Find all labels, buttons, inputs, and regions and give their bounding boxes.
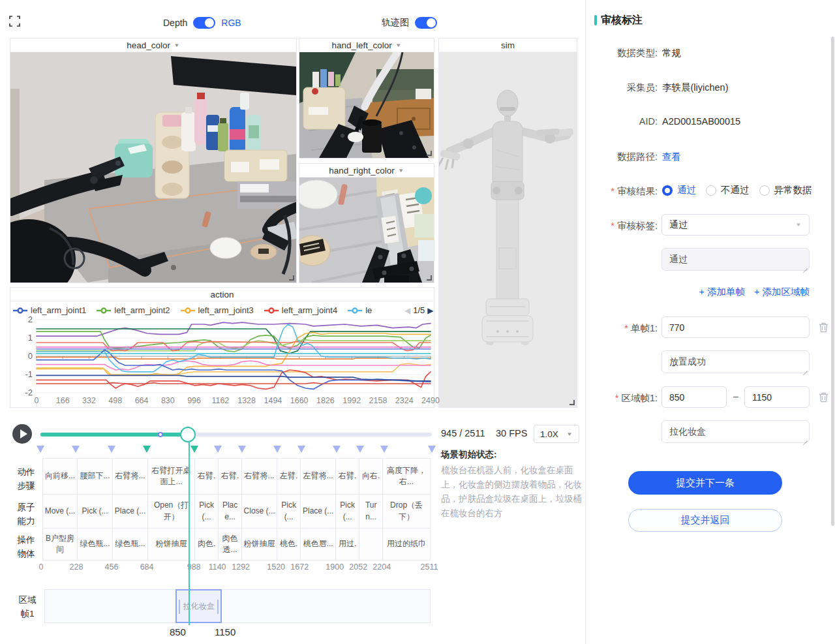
textarea-resize-icon[interactable] xyxy=(802,436,808,441)
resize-corner-icon[interactable] xyxy=(427,151,432,156)
table-cell[interactable]: 右臂. xyxy=(336,458,359,495)
table-cell[interactable]: Pick (... xyxy=(195,495,219,529)
delete-region-frame-icon[interactable] xyxy=(819,392,828,403)
keyframe-dot-marker[interactable] xyxy=(158,432,163,437)
head-color-panel: head_color▼ xyxy=(10,38,297,283)
table-cell[interactable]: 肉色透... xyxy=(219,529,242,560)
timeline-marker-1292[interactable] xyxy=(238,446,246,453)
table-cell[interactable]: 右臂将... xyxy=(242,458,277,495)
resize-corner-icon[interactable] xyxy=(289,275,294,281)
table-cell[interactable]: 左臂. xyxy=(277,458,301,495)
depth-rgb-switch[interactable] xyxy=(193,17,215,29)
table-cell[interactable]: Move (... xyxy=(42,495,78,529)
sidebar-scrollbar[interactable] xyxy=(831,37,834,526)
timeline-marker-1140[interactable] xyxy=(214,446,222,453)
table-cell[interactable]: 右臂将... xyxy=(113,458,148,495)
timeline-marker-1900[interactable] xyxy=(333,446,341,453)
table-cell[interactable]: Place (... xyxy=(113,495,148,529)
table-cell[interactable]: 绿色瓶... xyxy=(78,529,113,560)
data-path-view-link[interactable]: 查看 xyxy=(662,151,681,163)
table-cell[interactable]: 左臂将... xyxy=(301,458,336,495)
action-chart-plot[interactable] xyxy=(36,319,431,394)
table-cell[interactable]: 粉饼抽屉 xyxy=(242,529,277,560)
table-cell[interactable]: Drop（丢下） xyxy=(383,495,431,529)
single-frame-desc[interactable]: 放置成功 xyxy=(661,350,810,373)
region-right-handle[interactable] xyxy=(217,600,219,614)
table-cell[interactable]: Turn... xyxy=(359,495,383,529)
region-track[interactable]: 拉化妆盒 xyxy=(44,589,431,623)
radio-pass-label[interactable]: 通过 xyxy=(677,184,696,196)
radio-fail[interactable] xyxy=(706,185,716,196)
sim-header[interactable]: sim xyxy=(439,38,577,52)
timeline-marker-1672[interactable] xyxy=(297,446,305,453)
submit-return-button[interactable]: 提交并返回 xyxy=(628,509,782,532)
hand-left-color-header[interactable]: hand_left_color▼ xyxy=(299,38,434,52)
review-tag-select[interactable]: 通过 ▼ xyxy=(661,214,810,236)
fullscreen-icon[interactable] xyxy=(9,16,20,27)
progress-handle[interactable] xyxy=(180,427,196,442)
legend-item-le[interactable]: le xyxy=(348,305,372,315)
table-cell[interactable]: 肉色. xyxy=(195,529,219,560)
region-block[interactable]: 拉化妆盒 xyxy=(175,589,222,623)
textarea-resize-icon[interactable] xyxy=(802,366,808,371)
delete-single-frame-icon[interactable] xyxy=(819,322,828,333)
timeline-marker-456[interactable] xyxy=(108,446,115,453)
table-cell[interactable]: 桃色. xyxy=(277,529,301,560)
region-start-input[interactable]: 850 xyxy=(661,386,727,408)
table-cell[interactable]: 用过. xyxy=(336,529,359,560)
radio-fail-label[interactable]: 不通过 xyxy=(721,184,750,196)
radio-pass-selected[interactable] xyxy=(662,185,673,196)
review-tag-note[interactable]: 通过 xyxy=(661,248,810,271)
table-cell[interactable]: 绿色瓶... xyxy=(113,529,148,560)
table-cell[interactable]: Pick (... xyxy=(336,495,359,529)
table-cell[interactable]: 右臂. xyxy=(219,458,242,495)
legend-item-left_arm_joint3[interactable]: left_arm_joint3 xyxy=(181,305,254,315)
table-cell[interactable]: Place... xyxy=(219,495,242,529)
region-end-input[interactable]: 1150 xyxy=(744,386,810,408)
switch-knob xyxy=(205,18,214,27)
head-color-header[interactable]: head_color▼ xyxy=(10,38,296,52)
timeline-marker-2052[interactable] xyxy=(356,446,364,453)
resize-corner-icon[interactable] xyxy=(427,275,432,281)
table-cell[interactable]: Close (... xyxy=(242,495,277,529)
timeline-marker-2511[interactable] xyxy=(428,446,436,453)
region-frame-desc[interactable]: 拉化妆盒 xyxy=(661,420,810,443)
resize-corner-icon[interactable] xyxy=(569,400,575,405)
textarea-resize-icon[interactable] xyxy=(802,264,808,269)
radio-abnormal[interactable] xyxy=(759,185,770,196)
region-left-handle[interactable] xyxy=(179,600,180,614)
table-cell[interactable]: 向前移... xyxy=(42,458,78,495)
single-frame-input[interactable]: 770 xyxy=(661,316,810,338)
legend-next-icon[interactable]: ▶ xyxy=(427,307,433,314)
legend-item-left_arm_joint1[interactable]: left_arm_joint1 xyxy=(13,305,86,315)
timeline-marker-2204[interactable] xyxy=(380,446,388,453)
radio-abnormal-label[interactable]: 异常数据 xyxy=(774,184,812,196)
table-cell[interactable]: Place (... xyxy=(301,495,336,529)
add-single-frame-link[interactable]: + 添加单帧 xyxy=(699,286,746,298)
timeline-marker-684[interactable] xyxy=(143,446,151,453)
legend-prev-icon[interactable]: ◀ xyxy=(404,307,410,314)
legend-item-left_arm_joint2[interactable]: left_arm_joint2 xyxy=(97,305,170,315)
play-button[interactable] xyxy=(12,424,32,444)
table-cell[interactable]: 右臂. xyxy=(195,458,219,495)
table-cell[interactable]: 高度下降，右... xyxy=(383,458,431,495)
timeline-marker-988[interactable] xyxy=(190,446,198,453)
table-cell[interactable] xyxy=(359,529,383,560)
timeline-marker-1520[interactable] xyxy=(273,446,281,453)
table-cell[interactable]: 用过的纸巾 xyxy=(383,529,431,560)
add-region-frame-link[interactable]: + 添加区域帧 xyxy=(754,286,810,298)
progress-slider[interactable] xyxy=(40,433,432,437)
table-cell[interactable]: Pick (... xyxy=(78,495,113,529)
table-cell[interactable]: 腰部下... xyxy=(78,458,113,495)
hand-right-color-header[interactable]: hand_right_color▼ xyxy=(299,164,434,177)
speed-select[interactable]: 1.0X ▼ xyxy=(534,425,579,443)
table-cell[interactable]: 桃色唇... xyxy=(301,529,336,560)
table-cell[interactable]: B户型房间 xyxy=(42,529,78,560)
legend-item-left_arm_joint4[interactable]: left_arm_joint4 xyxy=(264,305,337,315)
submit-next-button[interactable]: 提交并下一条 xyxy=(628,471,782,495)
table-cell[interactable]: Pick (... xyxy=(277,495,301,529)
timeline-marker-0[interactable] xyxy=(37,446,44,453)
timeline-marker-228[interactable] xyxy=(72,446,80,453)
trajectory-switch[interactable] xyxy=(415,17,437,29)
table-cell[interactable]: 向右. xyxy=(359,458,383,495)
